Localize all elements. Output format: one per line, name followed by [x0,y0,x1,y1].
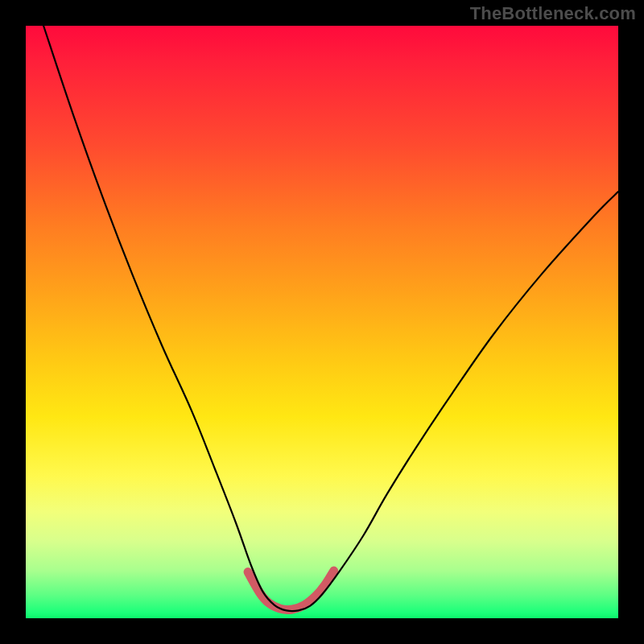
chart-frame: TheBottleneck.com [0,0,644,644]
chart-plot-area [26,26,618,618]
valley-highlight-line [248,571,334,609]
bottleneck-curve-line [43,26,618,611]
watermark-text: TheBottleneck.com [470,3,636,24]
chart-svg [26,26,618,618]
